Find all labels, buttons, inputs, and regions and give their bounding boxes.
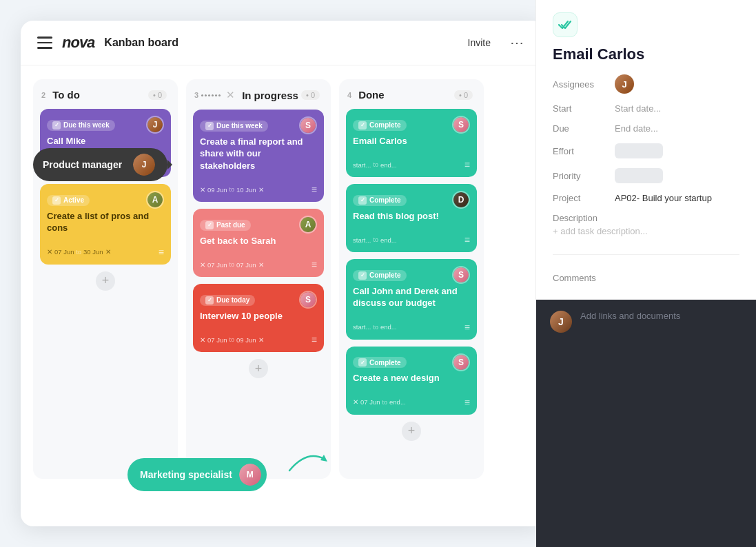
divider <box>553 254 739 255</box>
date-end: end... <box>380 323 397 331</box>
card-title: Read this blog post! <box>353 210 470 223</box>
date-x2-icon: ✕ <box>105 248 111 256</box>
card-badge: ✓ Active <box>47 195 90 206</box>
marketing-arrow-icon <box>286 446 327 474</box>
card-dates: ✕ 09 Jun to 10 Jun ✕ <box>200 186 264 194</box>
add-card-button[interactable]: + <box>249 359 268 378</box>
tooltip-label: Marketing specialist <box>140 469 232 480</box>
assignee-avatar: A <box>147 192 163 207</box>
card-dates: start... to end... <box>353 323 397 331</box>
column-title: To do <box>52 89 145 101</box>
priority-label: Priority <box>553 171 608 181</box>
start-date-input[interactable]: Start date... <box>615 103 739 114</box>
invite-button[interactable]: Invite <box>462 34 496 51</box>
column-number: 3 <box>194 91 198 99</box>
tooltip-avatar: M <box>239 464 261 486</box>
card-badge: ✓ Due this week <box>47 120 115 131</box>
card-badge: ✓ Complete <box>353 120 407 131</box>
card-title: Get back to Sarah <box>200 235 317 247</box>
card-menu-icon[interactable]: ≡ <box>464 159 470 170</box>
product-manager-tooltip: Product manager J <box>33 148 167 181</box>
add-card-button[interactable]: + <box>402 422 421 441</box>
due-date-input[interactable]: End date... <box>615 123 739 134</box>
panel-top-bar <box>536 0 756 37</box>
description-label: Description <box>553 213 608 223</box>
menu-icon[interactable] <box>37 35 52 50</box>
card-final-report[interactable]: S ✓ Due this week Create a final report … <box>193 110 324 202</box>
start-field[interactable]: Start Start date... <box>553 103 739 114</box>
board-title: Kanban board <box>104 37 452 49</box>
column-count: • 0 <box>454 90 473 100</box>
kanban-header: nova Kanban board Invite ⋯ <box>21 21 544 65</box>
card-get-back-sarah[interactable]: A ✓ Past due Get back to Sarah ✕ 07 Jun … <box>193 209 324 277</box>
card-menu-icon[interactable]: ≡ <box>311 184 317 195</box>
effort-selector[interactable] <box>615 143 663 158</box>
card-menu-icon[interactable]: ≡ <box>311 259 317 270</box>
date-end: 09 Jun <box>236 336 256 344</box>
card-menu-icon[interactable]: ≡ <box>464 397 470 408</box>
date-end: 10 Jun <box>236 186 256 194</box>
card-email-carlos[interactable]: S ✓ Complete Email Carlos start... to en… <box>346 109 477 177</box>
card-new-design[interactable]: S ✓ Complete Create a new design ✕ 07 Ju… <box>346 347 477 415</box>
card-badge: ✓ Complete <box>353 270 407 281</box>
card-title: Email Carlos <box>353 135 470 147</box>
date-x-icon: ✕ <box>200 336 205 344</box>
card-avatar: A <box>299 216 317 234</box>
priority-selector[interactable] <box>615 168 663 183</box>
comment-placeholder[interactable]: Add links and documents <box>580 311 680 321</box>
date-x-icon: ✕ <box>200 261 205 269</box>
card-menu-icon[interactable]: ≡ <box>464 234 470 245</box>
date-start: 07 Jun <box>207 261 227 269</box>
card-title: Create a list of pros and cons <box>47 210 164 234</box>
assignee-avatar[interactable]: J <box>615 74 634 94</box>
date-start: 07 Jun <box>54 248 74 256</box>
date-start: start... <box>353 161 371 169</box>
card-menu-icon[interactable]: ≡ <box>464 322 470 333</box>
due-label: Due <box>553 123 608 134</box>
project-value: AP02- Build your startup <box>615 193 739 203</box>
assignee-avatar: S <box>453 117 469 132</box>
marketing-specialist-tooltip: Marketing specialist M <box>127 458 267 491</box>
date-end: end... <box>380 236 397 244</box>
card-dates: start... to end... <box>353 236 397 244</box>
column-in-progress: 3 ✕ In progress • 0 S ✓ Due this week <box>186 79 331 479</box>
assignee-avatar: D <box>453 192 469 207</box>
task-detail-panel: Email Carlos Assignees J Start Start dat… <box>535 0 756 547</box>
card-avatar: S <box>299 116 317 134</box>
priority-field[interactable]: Priority <box>553 168 739 183</box>
project-field: Project AP02- Build your startup <box>553 193 739 203</box>
more-options-icon[interactable]: ⋯ <box>506 33 528 52</box>
badge-check-icon: ✓ <box>358 271 367 280</box>
column-close-icon[interactable]: ✕ <box>226 89 235 101</box>
card-call-john-derek[interactable]: S ✓ Complete Call John and Derek and dis… <box>346 259 477 340</box>
description-placeholder[interactable]: + add task description... <box>553 226 648 236</box>
column-number: 2 <box>41 91 45 99</box>
due-field[interactable]: Due End date... <box>553 123 739 134</box>
date-start: 07 Jun <box>360 398 380 406</box>
description-field: Description + add task description... <box>553 213 739 236</box>
comment-input-area[interactable]: J Add links and documents <box>536 300 756 547</box>
columns-container: 2 To do • 0 J ✓ Due this week Call Mike … <box>21 65 544 526</box>
card-title: Call John and Derek and discuss our budg… <box>353 285 470 309</box>
date-end: 30 Jun <box>83 248 103 256</box>
card-pros-cons[interactable]: A ✓ Active Create a list of pros and con… <box>40 184 171 265</box>
badge-check-icon: ✓ <box>358 121 367 130</box>
assignees-label: Assignees <box>553 79 608 90</box>
card-menu-icon[interactable]: ≡ <box>159 247 164 258</box>
date-x-icon: ✕ <box>200 186 205 194</box>
effort-field[interactable]: Effort <box>553 143 739 158</box>
card-interview[interactable]: S ✓ Due today Interview 10 people ✕ 07 J… <box>193 284 324 352</box>
card-badge: ✓ Complete <box>353 195 407 206</box>
add-card-button[interactable]: + <box>96 271 115 291</box>
card-read-blog[interactable]: D ✓ Complete Read this blog post! start.… <box>346 184 477 252</box>
date-end: end... <box>380 161 397 169</box>
card-avatar: S <box>299 291 317 309</box>
start-label: Start <box>553 103 608 114</box>
card-menu-icon[interactable]: ≡ <box>311 334 317 345</box>
column-count: • 0 <box>301 90 320 100</box>
card-badge: ✓ Due today <box>200 295 255 306</box>
date-end: end... <box>389 398 406 406</box>
column-title: Done <box>358 89 451 101</box>
project-label: Project <box>553 193 608 203</box>
card-title: Create a new design <box>353 372 470 384</box>
